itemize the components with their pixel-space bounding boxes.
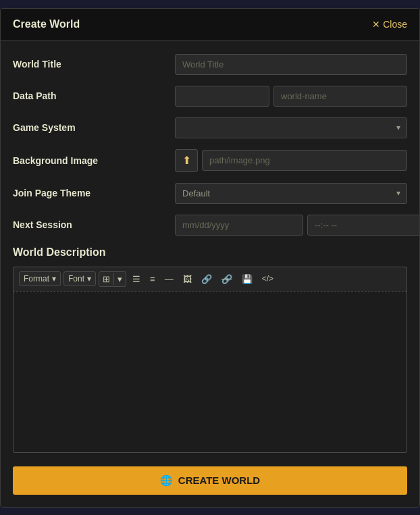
join-page-theme-row: Join Page Theme Default ▾	[13, 183, 407, 204]
next-session-group	[175, 215, 420, 236]
save-button[interactable]: 💾	[238, 272, 256, 286]
file-picker-button[interactable]: ⬆	[175, 149, 198, 172]
game-system-row: Game System ▾	[13, 117, 407, 138]
modal-body: World Title Data Path Data/worlds/ Game …	[1, 40, 419, 466]
data-path-group: Data/worlds/	[175, 86, 407, 107]
join-page-theme-wrapper: Default ▾	[175, 183, 407, 204]
font-chevron-icon: ▾	[87, 274, 91, 283]
data-path-row: Data Path Data/worlds/	[13, 86, 407, 107]
join-page-theme-label: Join Page Theme	[13, 188, 175, 198]
data-path-name-input[interactable]	[273, 86, 407, 107]
hr-icon: —	[165, 275, 174, 283]
image-button[interactable]: 🖼	[180, 272, 195, 286]
world-description-title: World Description	[13, 246, 407, 259]
ordered-list-button[interactable]: ≡	[147, 272, 159, 286]
create-world-label: CREATE WORLD	[178, 475, 260, 486]
link-button[interactable]: 🔗	[198, 272, 215, 286]
format-chevron-icon: ▾	[52, 274, 56, 283]
bullet-list-button[interactable]: ☰	[129, 272, 144, 286]
unlink-button[interactable]: 🔗	[218, 272, 236, 286]
create-world-button[interactable]: 🌐 CREATE WORLD	[13, 466, 407, 495]
bullet-list-icon: ☰	[132, 275, 140, 283]
code-button[interactable]: </>	[259, 272, 277, 286]
create-world-globe-icon: 🌐	[160, 475, 173, 487]
background-image-input[interactable]	[202, 150, 407, 171]
table-chevron-icon: ▾	[117, 275, 122, 283]
code-icon: </>	[262, 275, 273, 283]
floppy-icon: 💾	[242, 275, 253, 283]
table-icon: ⊞	[103, 275, 110, 283]
world-title-label: World Title	[13, 59, 175, 70]
font-dropdown[interactable]: Font ▾	[63, 271, 96, 286]
modal-header: Create World ✕ Close	[1, 9, 419, 40]
horizontal-rule-button[interactable]: —	[161, 272, 177, 286]
file-icon: ⬆	[182, 155, 191, 166]
world-description-editor[interactable]	[13, 291, 407, 453]
next-session-date-input[interactable]	[175, 215, 303, 236]
format-dropdown[interactable]: Format ▾	[19, 271, 61, 286]
join-page-theme-select[interactable]: Default	[175, 183, 407, 204]
font-label: Font	[68, 274, 84, 283]
world-title-row: World Title	[13, 54, 407, 75]
game-system-select[interactable]	[175, 117, 407, 138]
ordered-list-icon: ≡	[150, 275, 155, 283]
unlink-icon: 🔗	[221, 275, 232, 283]
modal-title: Create World	[13, 18, 80, 30]
background-image-label: Background Image	[13, 155, 175, 166]
link-icon: 🔗	[201, 275, 212, 283]
background-image-row: Background Image ⬆	[13, 149, 407, 172]
game-system-label: Game System	[13, 122, 175, 133]
table-group: ⊞ ▾	[99, 271, 126, 287]
format-label: Format	[24, 274, 49, 283]
next-session-row: Next Session	[13, 215, 407, 236]
next-session-label: Next Session	[13, 219, 175, 230]
data-path-prefix-input[interactable]: Data/worlds/	[175, 86, 269, 107]
next-session-time-input[interactable]	[307, 215, 420, 236]
data-path-label: Data Path	[13, 90, 175, 101]
bg-image-group: ⬆	[175, 149, 407, 172]
game-system-wrapper: ▾	[175, 117, 407, 138]
close-button[interactable]: ✕ Close	[372, 19, 407, 30]
world-description-section: World Description Format ▾ Font ▾ ⊞	[13, 246, 407, 453]
table-button[interactable]: ⊞	[99, 272, 113, 286]
world-title-input[interactable]	[175, 54, 407, 75]
editor-toolbar: Format ▾ Font ▾ ⊞ ▾	[13, 267, 407, 291]
create-world-modal: Create World ✕ Close World Title Data Pa…	[0, 8, 420, 508]
table-dropdown-button[interactable]: ▾	[114, 272, 126, 286]
image-icon: 🖼	[183, 275, 192, 283]
